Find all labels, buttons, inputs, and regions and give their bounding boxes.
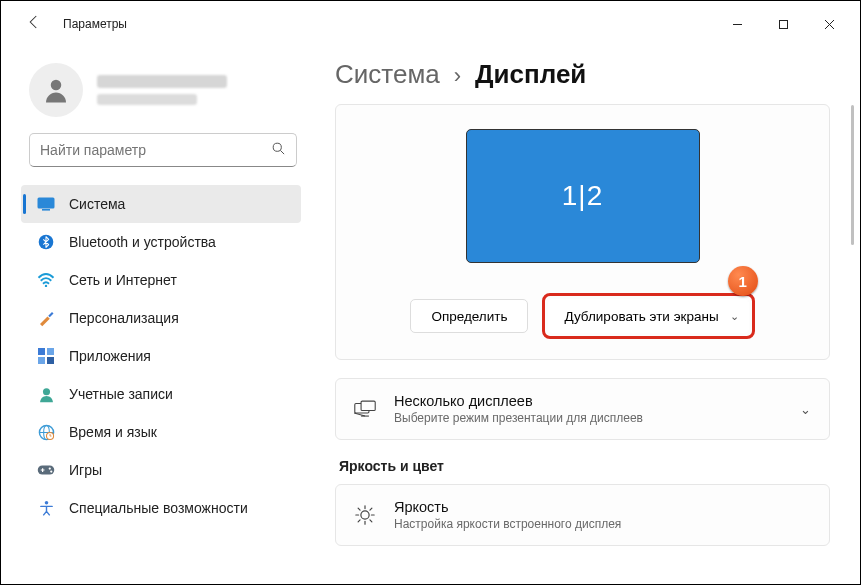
close-button[interactable] [806, 9, 852, 39]
sidebar-item-label: Время и язык [69, 424, 157, 440]
sidebar: Система Bluetooth и устройства Сеть и Ин… [1, 47, 311, 584]
svg-point-28 [361, 511, 369, 519]
sidebar-item-accessibility[interactable]: Специальные возможности [21, 489, 301, 527]
svg-rect-12 [47, 348, 54, 355]
sidebar-item-system[interactable]: Система [21, 185, 301, 223]
search-input[interactable] [29, 133, 297, 167]
svg-point-21 [49, 467, 51, 469]
sidebar-item-label: Игры [69, 462, 102, 478]
sidebar-item-label: Приложения [69, 348, 151, 364]
gamepad-icon [37, 461, 55, 479]
maximize-button[interactable] [760, 9, 806, 39]
brightness-expander[interactable]: Яркость Настройка яркости встроенного ди… [335, 484, 830, 546]
sun-icon [354, 504, 376, 526]
sidebar-item-accounts[interactable]: Учетные записи [21, 375, 301, 413]
svg-rect-7 [38, 198, 55, 209]
accessibility-icon [37, 499, 55, 517]
svg-point-4 [51, 80, 62, 91]
user-account-block[interactable] [21, 57, 311, 133]
sidebar-item-label: Специальные возможности [69, 500, 248, 516]
svg-rect-11 [38, 348, 45, 355]
bluetooth-icon [37, 233, 55, 251]
sidebar-item-label: Сеть и Интернет [69, 272, 177, 288]
display-arrangement-card: 1|2 Определить Дублировать эти экраны ⌄ … [335, 104, 830, 360]
expander-subtitle: Настройка яркости встроенного дисплея [394, 517, 621, 531]
svg-point-15 [42, 388, 49, 395]
svg-rect-8 [42, 209, 50, 211]
brush-icon [37, 309, 55, 327]
svg-point-10 [45, 285, 47, 287]
content-area: Система › Дисплей 1|2 Определить Дублиро… [311, 47, 860, 584]
svg-rect-20 [38, 466, 55, 475]
expander-title: Яркость [394, 499, 621, 515]
monitor-tile[interactable]: 1|2 [466, 129, 700, 263]
svg-rect-13 [38, 357, 45, 364]
minimize-button[interactable] [714, 9, 760, 39]
breadcrumb: Система › Дисплей [335, 59, 854, 90]
sidebar-item-gaming[interactable]: Игры [21, 451, 301, 489]
sidebar-item-label: Учетные записи [69, 386, 173, 402]
sidebar-item-apps[interactable]: Приложения [21, 337, 301, 375]
annotation-badge: 1 [728, 266, 758, 296]
avatar [29, 63, 83, 117]
sidebar-item-network[interactable]: Сеть и Интернет [21, 261, 301, 299]
page-title: Дисплей [475, 59, 586, 90]
search-icon [271, 141, 286, 159]
multiple-displays-expander[interactable]: Несколько дисплеев Выберите режим презен… [335, 378, 830, 440]
display-mode-dropdown-highlight: Дублировать эти экраны ⌄ 1 [542, 293, 754, 339]
sidebar-item-label: Bluetooth и устройства [69, 234, 216, 250]
svg-rect-1 [779, 20, 787, 28]
display-mode-dropdown[interactable]: Дублировать эти экраны ⌄ [548, 299, 748, 333]
sidebar-item-bluetooth[interactable]: Bluetooth и устройства [21, 223, 301, 261]
svg-point-22 [50, 470, 52, 472]
svg-line-34 [370, 520, 372, 522]
app-title: Параметры [63, 17, 127, 31]
section-heading-brightness: Яркость и цвет [339, 458, 854, 474]
svg-rect-14 [47, 357, 54, 364]
sidebar-item-label: Персонализация [69, 310, 179, 326]
chevron-right-icon: › [454, 63, 461, 89]
person-icon [37, 385, 55, 403]
display-icon [37, 195, 55, 213]
svg-line-33 [358, 508, 360, 510]
wifi-icon [37, 271, 55, 289]
svg-point-23 [44, 501, 48, 505]
sidebar-item-personalization[interactable]: Персонализация [21, 299, 301, 337]
globe-clock-icon [37, 423, 55, 441]
sidebar-item-label: Система [69, 196, 125, 212]
breadcrumb-parent[interactable]: Система [335, 59, 440, 90]
sidebar-item-time-language[interactable]: Время и язык [21, 413, 301, 451]
svg-line-6 [280, 150, 284, 154]
chevron-down-icon: ⌄ [800, 402, 811, 417]
back-button[interactable] [19, 7, 49, 42]
apps-icon [37, 347, 55, 365]
expander-title: Несколько дисплеев [394, 393, 643, 409]
svg-point-5 [273, 143, 281, 151]
svg-line-36 [370, 508, 372, 510]
scrollbar[interactable] [851, 105, 854, 245]
svg-line-35 [358, 520, 360, 522]
multi-monitor-icon [354, 398, 376, 420]
expander-subtitle: Выберите режим презентации для дисплеев [394, 411, 643, 425]
chevron-down-icon: ⌄ [730, 310, 739, 323]
identify-button[interactable]: Определить [410, 299, 528, 333]
svg-rect-25 [361, 401, 375, 410]
